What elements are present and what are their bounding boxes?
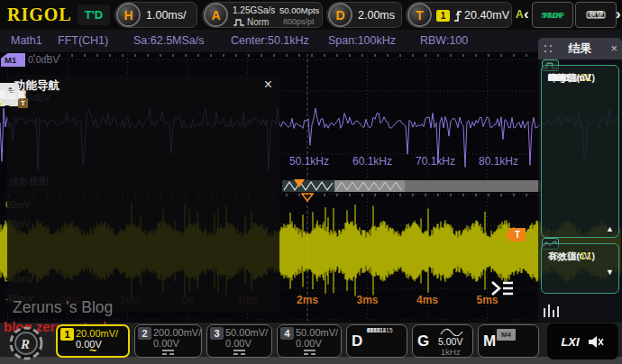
results-header[interactable]: 结果 × — [538, 38, 622, 59]
generator-frequency: 1kHz — [441, 347, 461, 357]
results-body: 峰峰值(C1)Cur:*****Avg:118.14mVMax:149.31mV… — [538, 59, 622, 323]
trigger-source-badge: 1 — [436, 10, 450, 22]
overview-position-marker[interactable] — [294, 179, 305, 187]
generator-amplitude: 5.00V — [438, 336, 462, 347]
trigger-position-marker[interactable] — [301, 193, 316, 203]
measurement-card-有效值[interactable]: 有效值(C1)16.113mV▼ — [541, 243, 619, 294]
math-status-bar: Math1FFT(CH1)Sa:62.5MSa/sCenter:50.1kHzS… — [0, 30, 622, 52]
memory-depth: 50.00Mpts — [279, 5, 319, 15]
math-box[interactable]: M M1M3M2M4 — [478, 324, 539, 358]
channel-scale: 20.00mV/ — [76, 328, 118, 339]
channel-2-box[interactable]: 2200.00mV/0.00V — [134, 324, 202, 358]
status-item: Span:100kHz — [328, 34, 396, 47]
status-item: Math1 — [11, 34, 42, 47]
top-toolbar: RIGOL T'D H 1.00ms/ A 1.25GSa/s Norm 50.… — [0, 0, 622, 30]
status-item: Center:50.1kHz — [231, 34, 309, 47]
measurement-stat-value: 1000 — [548, 72, 569, 84]
pulse-icon — [233, 18, 245, 27]
time-label: 2ms — [297, 294, 318, 306]
overview-pattern — [334, 180, 405, 192]
fft-freq-label: 80.1kHz — [479, 155, 518, 168]
lxi-label: LXI — [561, 335, 579, 349]
channel-scale: 50.00mV/ — [225, 327, 268, 338]
collapse-icon[interactable]: ▲ — [606, 224, 614, 233]
digital-bit: 14 — [380, 327, 386, 334]
status-item: RBW:100 — [420, 34, 468, 47]
horizontal-group[interactable]: H 1.00ms/ — [114, 2, 197, 28]
bottom-channel-bar: blog.zeruns.tech R 120.00mV/0.00V~2200.0… — [0, 323, 622, 364]
math-button-M4[interactable]: M4 — [497, 329, 516, 341]
digital-channels-box[interactable]: D 0123456789101112131415 — [346, 324, 407, 358]
watermark-text: Zeruns 's Blog — [13, 298, 113, 317]
acquire-knob[interactable]: A — [204, 3, 228, 27]
sine-icon — [440, 328, 463, 336]
sample-resolution: 800ps/pt — [283, 17, 315, 26]
lxi-status-box[interactable]: LXI — [547, 323, 618, 359]
delay-group[interactable]: D 2.00ms — [326, 2, 402, 28]
digital-bit: 13 — [373, 327, 380, 334]
channel-1-box[interactable]: 120.00mV/0.00V~ — [56, 324, 130, 358]
speaker-muted-icon[interactable] — [587, 334, 605, 349]
fft-freq-label: 60.1kHz — [352, 155, 392, 168]
measurement-stat-value: 16.113mV — [548, 250, 590, 262]
svg-text:R: R — [20, 337, 30, 351]
rising-edge-icon — [453, 9, 463, 23]
overview-window[interactable] — [282, 180, 334, 192]
delay-value: 2.00ms — [358, 9, 395, 22]
measure-button-label: 测量 — [588, 9, 605, 21]
digital-bit: 12 — [367, 327, 373, 334]
digital-bit: 15 — [386, 327, 392, 334]
waveform-menu-expand-icon[interactable] — [489, 279, 515, 297]
channel-3-box[interactable]: 350.00mV/0.00V — [206, 324, 272, 358]
trigger-group[interactable]: T 1 20.40mV — [406, 2, 512, 28]
drag-handle-icon[interactable] — [543, 43, 553, 54]
status-item: FFT(CH1) — [58, 34, 108, 47]
nav-right-chevron[interactable]: › — [616, 5, 621, 23]
dc-coupling-icon — [207, 347, 271, 357]
generator-label: G — [417, 332, 429, 350]
sample-rate: 1.25GSa/s — [233, 5, 275, 15]
channel-number-badge: 2 — [138, 327, 151, 340]
channel-4-box[interactable]: 450.00mV/0.00V — [277, 324, 342, 358]
math-label: M — [483, 332, 496, 350]
channel-scale: 200.00mV/ — [153, 327, 201, 338]
channel-scale: 50.00mV/ — [296, 327, 338, 338]
fft-freq-label: 70.1kHz — [416, 155, 455, 168]
channel-number-badge: 1 — [60, 328, 74, 341]
stop-run-button[interactable]: STOP RUN — [532, 2, 573, 28]
ac-coupling-icon: ~ — [58, 346, 128, 356]
delay-knob[interactable]: D — [328, 3, 352, 27]
channel-number-badge: 3 — [210, 327, 224, 340]
bottom-strip — [0, 357, 622, 364]
generator-box[interactable]: G 5.00V 1kHz — [412, 324, 473, 358]
trigger-knob[interactable]: T — [407, 3, 432, 27]
fft-top-scale-label: 0.0dBV — [28, 54, 59, 65]
results-panel: 结果 × 峰峰值(C1)Cur:*****Avg:118.14mVMax:149… — [538, 36, 622, 323]
horizontal-scale: 1.00ms/ — [146, 9, 186, 22]
measurement-card-峰峰值[interactable]: 峰峰值(C1)Cur:*****Avg:118.14mVMax:149.31mV… — [541, 65, 619, 238]
trigger-status-badge: T'D — [78, 5, 110, 25]
horizontal-knob[interactable]: H — [116, 3, 141, 27]
dc-coupling-icon — [278, 347, 341, 357]
close-icon[interactable]: × — [264, 77, 272, 93]
rigol-gear-logo: R — [4, 323, 49, 363]
nav-left-chevron[interactable]: ‹ — [524, 5, 529, 23]
status-item: Sa:62.5MSa/s — [133, 34, 205, 47]
measure-button[interactable]: 测量 — [575, 2, 617, 28]
expand-icon[interactable]: ▼ — [606, 268, 614, 277]
digital-label: D — [352, 332, 362, 350]
fft-freq-label: 50.1kHz — [289, 155, 329, 168]
run-label: RUN — [533, 10, 572, 20]
time-label: 3ms — [356, 294, 378, 306]
acquire-mode: Norm — [247, 17, 269, 27]
acquire-group[interactable]: A 1.25GSa/s Norm 50.00Mpts 800ps/pt — [202, 2, 323, 28]
function-navigation-menu: 功能导航 × 测量直方图AB光标多窗口数学运算XY参考波形1234频率计电压表解… — [7, 75, 279, 311]
histogram-mini-icon[interactable] — [542, 303, 560, 323]
menu-grid: 测量直方图AB光标多窗口数学运算XY参考波形1234频率计电压表解码通过测试fc… — [7, 95, 279, 311]
rigol-logo: RIGOL — [7, 5, 72, 25]
waveform-overview-scrollbar[interactable] — [282, 180, 541, 192]
close-icon[interactable]: × — [610, 41, 617, 55]
trigger-armed-indicator: A — [516, 8, 524, 21]
trigger-level: 20.40mV — [464, 9, 509, 22]
channel-number-badge: 4 — [280, 327, 294, 340]
